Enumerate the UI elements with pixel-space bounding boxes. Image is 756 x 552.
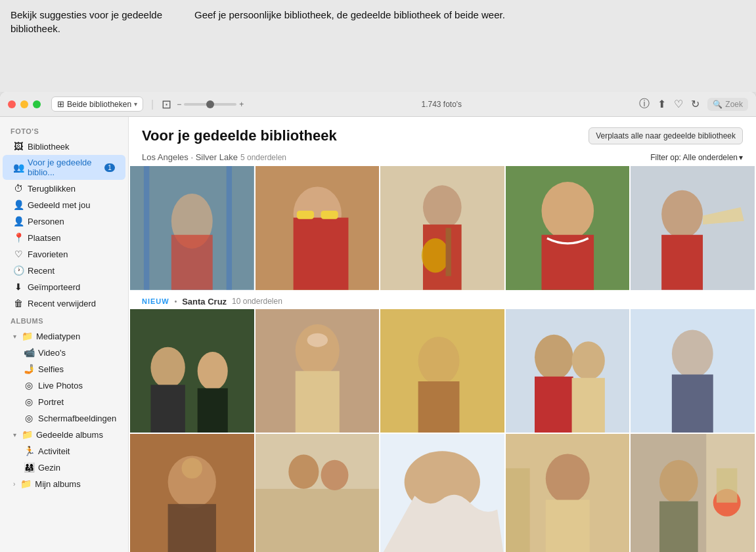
share-icon[interactable]: ⬆ xyxy=(657,98,666,110)
sidebar-item-gedeelde-albums[interactable]: ▾ 📁 Gedeelde albums xyxy=(3,427,125,442)
sidebar-item-videos[interactable]: 📹 Video's xyxy=(3,345,125,360)
photo-grid-sc-2 xyxy=(129,434,756,552)
filter-button[interactable]: Filter op: Alle onderdelen ▾ xyxy=(650,153,743,162)
sidebar-item-label: Plaatsen xyxy=(28,233,61,243)
callout-2: Geef je persoonlijke bibliotheek, de ged… xyxy=(184,0,756,92)
sidebar-item-portret[interactable]: ◎ Portret xyxy=(3,394,125,410)
videos-icon: 📹 xyxy=(24,347,34,358)
separator-1: | xyxy=(151,98,154,110)
sidebar-item-geimporteerd[interactable]: ⬇ Geïmporteerd xyxy=(3,279,125,295)
sidebar-item-label: Terugblikken xyxy=(28,184,76,194)
page-title: Voor je gedeelde bibliotheek xyxy=(142,127,337,144)
photo-cell[interactable] xyxy=(256,434,380,552)
sidebar-item-label: Schermafbeeldingen xyxy=(38,414,116,423)
svg-rect-59 xyxy=(659,501,698,552)
gedeelde-albums-expand-icon: ▾ xyxy=(13,431,16,438)
slideshow-button[interactable]: ⊡ xyxy=(162,97,171,112)
sidebar-item-label: Recent xyxy=(28,266,55,276)
svg-rect-44 xyxy=(168,504,216,552)
search-icon: 🔍 xyxy=(713,100,723,109)
heart-icon[interactable]: ♡ xyxy=(674,98,683,110)
sidebar: Foto's 🖼 Bibliotheek 👥 Voor je gedeelde … xyxy=(0,117,129,552)
sidebar-item-recent-verwijderd[interactable]: 🗑 Recent verwijderd xyxy=(3,295,125,311)
filter-label: Filter op: Alle onderdelen xyxy=(650,153,738,162)
move-to-shared-button[interactable]: Verplaats alle naar gedeelde bibliotheek xyxy=(589,127,743,144)
rotate-icon[interactable]: ↻ xyxy=(691,98,700,110)
svg-point-13 xyxy=(422,238,449,272)
svg-rect-14 xyxy=(446,228,451,276)
filter-chevron-icon: ▾ xyxy=(739,153,743,162)
zoom-minus[interactable]: − xyxy=(177,100,181,109)
svg-point-45 xyxy=(182,458,202,478)
photo-grid-sc-1 xyxy=(129,309,756,433)
maximize-button[interactable] xyxy=(33,100,41,108)
voor-gedeelde-icon: 👥 xyxy=(13,162,24,173)
live-photos-icon: ◎ xyxy=(24,380,34,391)
sidebar-item-label: Favorieten xyxy=(28,249,68,259)
svg-rect-28 xyxy=(295,371,339,433)
sidebar-item-label: Portret xyxy=(38,397,64,407)
zoom-thumb xyxy=(206,100,214,108)
activiteit-icon: 🏃 xyxy=(24,446,34,456)
sidebar-item-schermafbeeldingen[interactable]: ◎ Schermafbeeldingen xyxy=(3,410,125,426)
photo-cell[interactable] xyxy=(256,166,380,290)
svg-point-24 xyxy=(198,352,228,391)
sidebar-item-gedeeld-met-jou[interactable]: 👤 Gedeeld met jou xyxy=(3,197,125,213)
callout-1: Bekijk suggesties voor je gedeelde bibli… xyxy=(0,0,184,92)
section-count-la: 5 onderdelen xyxy=(240,153,286,162)
sidebar-item-label: Personen xyxy=(28,217,64,226)
sidebar-item-label: Video's xyxy=(38,348,66,358)
close-button[interactable] xyxy=(8,100,16,108)
photo-cell[interactable] xyxy=(631,434,755,552)
sidebar-item-selfies[interactable]: 🤳 Selfies xyxy=(3,361,125,377)
photo-cell[interactable] xyxy=(130,434,254,552)
sidebar-item-voor-gedeelde[interactable]: 👥 Voor je gedeelde biblio... 1 xyxy=(3,155,125,180)
sidebar-item-favorieten[interactable]: ♡ Favorieten xyxy=(3,246,125,262)
sidebar-item-recent[interactable]: 🕐 Recent xyxy=(3,263,125,278)
photo-cell[interactable] xyxy=(130,166,254,290)
slideshow-icon: ⊡ xyxy=(162,97,171,112)
search-box[interactable]: 🔍 Zoek xyxy=(707,98,748,111)
svg-rect-47 xyxy=(256,489,380,552)
section-header-sc: NIEUW • Santa Cruz 10 onderdelen xyxy=(129,291,756,309)
zoom-plus[interactable]: + xyxy=(239,100,244,109)
photo-cell[interactable] xyxy=(256,309,380,433)
callout-2-text: Geef je persoonlijke bibliotheek, de ged… xyxy=(194,9,505,20)
photo-cell[interactable] xyxy=(380,309,504,433)
photo-cell[interactable] xyxy=(380,166,504,290)
sidebar-item-label: Gedeelde albums xyxy=(36,430,103,440)
sidebar-item-gezin[interactable]: 👨‍👩‍👧 Gezin xyxy=(3,459,125,475)
recent-verwijderd-icon: 🗑 xyxy=(13,298,24,308)
sidebar-item-plaatsen[interactable]: 📍 Plaatsen xyxy=(3,230,125,245)
zoom-slider[interactable] xyxy=(184,103,236,106)
sidebar-item-mijn-albums[interactable]: › 📁 Mijn albums xyxy=(3,476,125,492)
svg-rect-37 xyxy=(571,377,604,433)
sidebar-item-live-photos[interactable]: ◎ Live Photos xyxy=(3,377,125,393)
minimize-button[interactable] xyxy=(20,100,28,108)
sidebar-item-label: Selfies xyxy=(38,364,64,374)
geimporteerd-icon: ⬇ xyxy=(13,282,24,292)
sidebar-item-personen[interactable]: 👤 Personen xyxy=(3,213,125,229)
photo-cell[interactable] xyxy=(506,309,630,433)
photo-grid-la xyxy=(129,166,756,290)
sidebar-item-activiteit[interactable]: 🏃 Activiteit xyxy=(3,443,125,459)
photo-cell[interactable] xyxy=(631,166,755,290)
svg-rect-2 xyxy=(227,166,232,290)
photo-cell[interactable] xyxy=(631,309,755,433)
gedeeld-met-jou-icon: 👤 xyxy=(13,200,24,210)
albums-section-label: Albums xyxy=(0,312,128,328)
sidebar-item-terugblikken[interactable]: ⏱ Terugblikken xyxy=(3,180,125,196)
sidebar-item-mediatypen[interactable]: ▾ 📁 Mediatypen xyxy=(3,328,125,344)
photo-cell[interactable] xyxy=(506,166,630,290)
photo-cell[interactable] xyxy=(130,309,254,433)
photo-cell[interactable] xyxy=(506,434,630,552)
sidebar-item-bibliotheek[interactable]: 🖼 Bibliotheek xyxy=(3,138,125,154)
info-icon[interactable]: ⓘ xyxy=(639,97,650,111)
location-text-la: Los Angeles · Silver Lake xyxy=(142,152,238,162)
svg-rect-23 xyxy=(150,385,185,433)
svg-rect-4 xyxy=(171,235,213,290)
library-selector[interactable]: ⊞ Beide bibliotheken ▾ xyxy=(51,96,143,112)
photo-cell[interactable] xyxy=(380,434,504,552)
photo-count: 1.743 foto's xyxy=(249,100,634,109)
svg-rect-32 xyxy=(418,381,460,433)
